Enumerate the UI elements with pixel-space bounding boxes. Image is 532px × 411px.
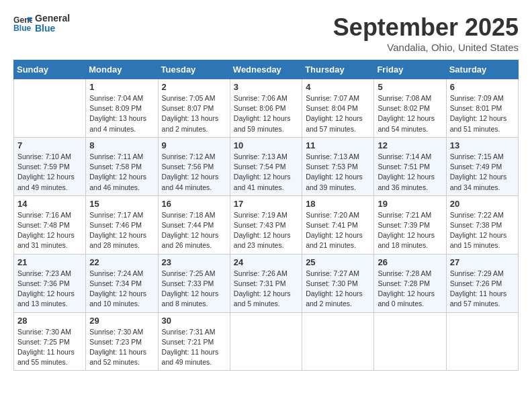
calendar-cell: 11Sunrise: 7:13 AMSunset: 7:53 PMDayligh… bbox=[302, 137, 374, 195]
day-info: Sunrise: 7:13 AMSunset: 7:54 PMDaylight:… bbox=[234, 152, 298, 193]
day-number: 13 bbox=[450, 140, 515, 150]
day-number: 2 bbox=[162, 82, 226, 92]
day-info: Sunrise: 7:31 AMSunset: 7:21 PMDaylight:… bbox=[162, 327, 226, 368]
calendar-header: SundayMondayTuesdayWednesdayThursdayFrid… bbox=[14, 60, 519, 79]
day-info: Sunrise: 7:16 AMSunset: 7:48 PMDaylight:… bbox=[17, 210, 82, 251]
day-number: 19 bbox=[378, 199, 442, 209]
month-title: September 2025 bbox=[333, 13, 519, 42]
calendar-cell: 8Sunrise: 7:11 AMSunset: 7:58 PMDaylight… bbox=[86, 137, 158, 195]
day-info: Sunrise: 7:19 AMSunset: 7:43 PMDaylight:… bbox=[234, 210, 298, 251]
day-number: 8 bbox=[89, 140, 154, 150]
calendar-cell: 27Sunrise: 7:29 AMSunset: 7:26 PMDayligh… bbox=[446, 254, 518, 312]
day-number: 25 bbox=[306, 257, 370, 267]
day-number: 12 bbox=[378, 140, 442, 150]
weekday-header: Tuesday bbox=[158, 60, 230, 79]
svg-text:Blue: Blue bbox=[13, 24, 32, 34]
calendar-cell: 17Sunrise: 7:19 AMSunset: 7:43 PMDayligh… bbox=[230, 195, 302, 254]
calendar-cell: 10Sunrise: 7:13 AMSunset: 7:54 PMDayligh… bbox=[230, 137, 302, 195]
calendar-body: 1Sunrise: 7:04 AMSunset: 8:09 PMDaylight… bbox=[14, 79, 519, 371]
day-info: Sunrise: 7:29 AMSunset: 7:26 PMDaylight:… bbox=[450, 269, 515, 310]
calendar-cell: 25Sunrise: 7:27 AMSunset: 7:30 PMDayligh… bbox=[302, 254, 374, 312]
day-info: Sunrise: 7:22 AMSunset: 7:38 PMDaylight:… bbox=[450, 210, 515, 251]
day-number: 26 bbox=[378, 257, 442, 267]
day-info: Sunrise: 7:21 AMSunset: 7:39 PMDaylight:… bbox=[378, 210, 442, 251]
calendar-cell: 21Sunrise: 7:23 AMSunset: 7:36 PMDayligh… bbox=[14, 254, 86, 312]
day-number: 14 bbox=[17, 199, 82, 209]
day-info: Sunrise: 7:27 AMSunset: 7:30 PMDaylight:… bbox=[306, 269, 370, 310]
day-info: Sunrise: 7:23 AMSunset: 7:36 PMDaylight:… bbox=[17, 269, 82, 310]
day-info: Sunrise: 7:07 AMSunset: 8:04 PMDaylight:… bbox=[306, 93, 370, 134]
day-info: Sunrise: 7:24 AMSunset: 7:34 PMDaylight:… bbox=[89, 269, 154, 310]
weekday-header: Monday bbox=[86, 60, 158, 79]
calendar-cell: 23Sunrise: 7:25 AMSunset: 7:33 PMDayligh… bbox=[158, 254, 230, 312]
day-number: 22 bbox=[89, 257, 154, 267]
day-number: 3 bbox=[234, 82, 298, 92]
day-number: 17 bbox=[234, 199, 298, 209]
day-number: 23 bbox=[162, 257, 226, 267]
calendar-week-row: 21Sunrise: 7:23 AMSunset: 7:36 PMDayligh… bbox=[14, 254, 519, 312]
calendar-cell: 24Sunrise: 7:26 AMSunset: 7:31 PMDayligh… bbox=[230, 254, 302, 312]
day-info: Sunrise: 7:25 AMSunset: 7:33 PMDaylight:… bbox=[162, 269, 226, 310]
calendar-cell: 20Sunrise: 7:22 AMSunset: 7:38 PMDayligh… bbox=[446, 195, 518, 254]
day-number: 15 bbox=[89, 199, 154, 209]
day-number: 7 bbox=[17, 140, 82, 150]
calendar-cell: 29Sunrise: 7:30 AMSunset: 7:23 PMDayligh… bbox=[86, 312, 158, 371]
calendar-cell bbox=[230, 312, 302, 371]
day-number: 5 bbox=[378, 82, 442, 92]
logo-general: General bbox=[35, 13, 70, 24]
logo-blue: Blue bbox=[35, 24, 70, 34]
calendar-cell: 16Sunrise: 7:18 AMSunset: 7:44 PMDayligh… bbox=[158, 195, 230, 254]
day-number: 27 bbox=[450, 257, 515, 267]
calendar-cell: 26Sunrise: 7:28 AMSunset: 7:28 PMDayligh… bbox=[374, 254, 446, 312]
calendar-cell: 18Sunrise: 7:20 AMSunset: 7:41 PMDayligh… bbox=[302, 195, 374, 254]
day-info: Sunrise: 7:12 AMSunset: 7:56 PMDaylight:… bbox=[162, 152, 226, 193]
day-number: 24 bbox=[234, 257, 298, 267]
calendar-week-row: 7Sunrise: 7:10 AMSunset: 7:59 PMDaylight… bbox=[14, 137, 519, 195]
calendar-week-row: 1Sunrise: 7:04 AMSunset: 8:09 PMDaylight… bbox=[14, 79, 519, 138]
calendar-cell bbox=[446, 312, 518, 371]
day-info: Sunrise: 7:05 AMSunset: 8:07 PMDaylight:… bbox=[162, 93, 226, 134]
day-info: Sunrise: 7:30 AMSunset: 7:25 PMDaylight:… bbox=[17, 327, 82, 368]
day-number: 1 bbox=[89, 82, 154, 92]
page-header: General Blue General Blue September 2025… bbox=[13, 13, 519, 53]
day-number: 21 bbox=[17, 257, 82, 267]
day-number: 30 bbox=[162, 316, 226, 326]
calendar-week-row: 14Sunrise: 7:16 AMSunset: 7:48 PMDayligh… bbox=[14, 195, 519, 254]
day-info: Sunrise: 7:26 AMSunset: 7:31 PMDaylight:… bbox=[234, 269, 298, 310]
calendar-cell bbox=[374, 312, 446, 371]
day-number: 18 bbox=[306, 199, 370, 209]
calendar-cell: 9Sunrise: 7:12 AMSunset: 7:56 PMDaylight… bbox=[158, 137, 230, 195]
day-info: Sunrise: 7:18 AMSunset: 7:44 PMDaylight:… bbox=[162, 210, 226, 251]
day-info: Sunrise: 7:17 AMSunset: 7:46 PMDaylight:… bbox=[89, 210, 154, 251]
day-info: Sunrise: 7:30 AMSunset: 7:23 PMDaylight:… bbox=[89, 327, 154, 368]
weekday-header: Thursday bbox=[302, 60, 374, 79]
calendar-week-row: 28Sunrise: 7:30 AMSunset: 7:25 PMDayligh… bbox=[14, 312, 519, 371]
day-info: Sunrise: 7:11 AMSunset: 7:58 PMDaylight:… bbox=[89, 152, 154, 193]
day-number: 28 bbox=[17, 316, 82, 326]
day-number: 9 bbox=[162, 140, 226, 150]
logo-icon: General Blue bbox=[13, 14, 32, 33]
calendar-cell: 13Sunrise: 7:15 AMSunset: 7:49 PMDayligh… bbox=[446, 137, 518, 195]
calendar-table: SundayMondayTuesdayWednesdayThursdayFrid… bbox=[13, 60, 519, 371]
calendar-cell: 15Sunrise: 7:17 AMSunset: 7:46 PMDayligh… bbox=[86, 195, 158, 254]
calendar-cell: 28Sunrise: 7:30 AMSunset: 7:25 PMDayligh… bbox=[14, 312, 86, 371]
calendar-cell: 22Sunrise: 7:24 AMSunset: 7:34 PMDayligh… bbox=[86, 254, 158, 312]
weekday-header: Wednesday bbox=[230, 60, 302, 79]
title-block: September 2025 Vandalia, Ohio, United St… bbox=[333, 13, 519, 53]
day-info: Sunrise: 7:15 AMSunset: 7:49 PMDaylight:… bbox=[450, 152, 515, 193]
subtitle: Vandalia, Ohio, United States bbox=[333, 42, 519, 53]
calendar-cell: 4Sunrise: 7:07 AMSunset: 8:04 PMDaylight… bbox=[302, 79, 374, 138]
calendar-cell: 7Sunrise: 7:10 AMSunset: 7:59 PMDaylight… bbox=[14, 137, 86, 195]
calendar-cell bbox=[14, 79, 86, 138]
day-info: Sunrise: 7:10 AMSunset: 7:59 PMDaylight:… bbox=[17, 152, 82, 193]
day-info: Sunrise: 7:09 AMSunset: 8:01 PMDaylight:… bbox=[450, 93, 515, 134]
day-number: 6 bbox=[450, 82, 515, 92]
weekday-header: Sunday bbox=[14, 60, 86, 79]
day-number: 10 bbox=[234, 140, 298, 150]
day-info: Sunrise: 7:14 AMSunset: 7:51 PMDaylight:… bbox=[378, 152, 442, 193]
day-info: Sunrise: 7:06 AMSunset: 8:06 PMDaylight:… bbox=[234, 93, 298, 134]
calendar-cell: 5Sunrise: 7:08 AMSunset: 8:02 PMDaylight… bbox=[374, 79, 446, 138]
day-info: Sunrise: 7:13 AMSunset: 7:53 PMDaylight:… bbox=[306, 152, 370, 193]
calendar-cell: 3Sunrise: 7:06 AMSunset: 8:06 PMDaylight… bbox=[230, 79, 302, 138]
day-number: 4 bbox=[306, 82, 370, 92]
